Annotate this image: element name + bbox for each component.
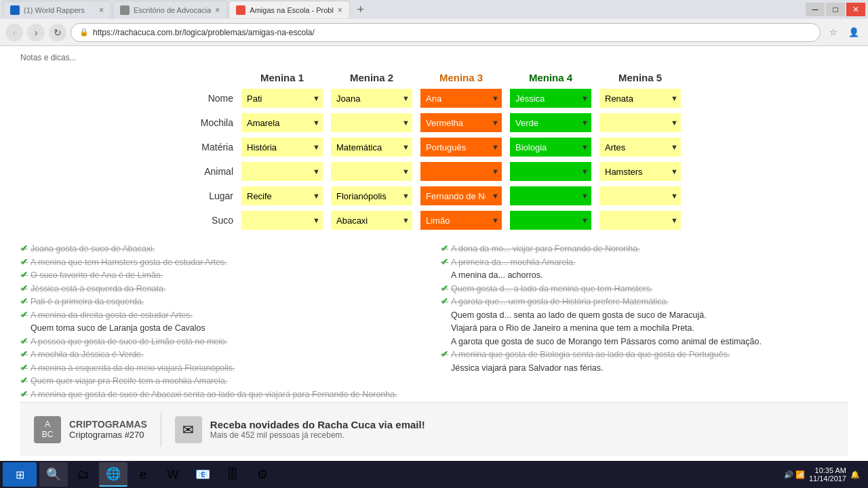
select-lugar-2[interactable]: FlorianópolisRecifeFernando de NoronhaRi… [331,186,412,205]
select-animal-4[interactable]: HamstersCavalosCachorrosPássaros [510,162,591,181]
select-mochila-1[interactable]: AmarelaVermelhaVerdePreta [241,113,323,132]
taskbar-app-word[interactable]: W [159,462,187,487]
user-icon[interactable]: 👤 [845,24,863,41]
dd-suco-1[interactable]: AbacaxiLimãoLaranjaMaracujáMorango ▼ [241,211,323,230]
dd-animal-5[interactable]: HamstersCavalosCachorrosPássaros ▼ [599,162,681,181]
dd-nome-4[interactable]: JéssicaPatiJoanaAnaRenata ▼ [510,89,591,108]
taskbar-app-7[interactable]: ⚙ [248,462,277,487]
dd-animal-3[interactable]: HamstersCavalosCachorrosPássaros ▼ [420,162,502,181]
cell-lugar-5[interactable]: RecifeFlorianópolisFernando de NoronhaRi… [595,184,685,208]
select-nome-4[interactable]: JéssicaPatiJoanaAnaRenata [510,89,591,108]
select-mochila-4[interactable]: VerdeAmarelaVermelhaPreta [510,113,591,132]
cell-lugar-1[interactable]: RecifeFlorianópolisFernando de NoronhaRi… [237,184,327,208]
cell-nome-3[interactable]: AnaPatiJoanaJéssicaRenata ▼ [416,86,506,110]
dd-nome-2[interactable]: JoanaPatiAnaJéssicaRenata ▼ [331,89,412,108]
dd-lugar-2[interactable]: FlorianópolisRecifeFernando de NoronhaRi… [331,186,412,205]
dd-lugar-3[interactable]: Fernando de No...RecifeFlorianópolisRio … [420,186,502,205]
select-nome-2[interactable]: JoanaPatiAnaJéssicaRenata [331,89,412,108]
cell-nome-2[interactable]: JoanaPatiAnaJéssicaRenata ▼ [327,86,416,110]
cell-lugar-4[interactable]: RecifeFlorianópolisFernando de NoronhaRi… [506,184,595,208]
select-materia-2[interactable]: MatemáticaHistóriaPortuguêsBiologiaArtes [331,138,412,157]
cell-nome-4[interactable]: JéssicaPatiJoanaAnaRenata ▼ [506,86,595,110]
cell-suco-3[interactable]: LimãoAbacaxiLaranjaMaracujáMorango ▼ [416,208,506,232]
select-lugar-5[interactable]: RecifeFlorianópolisFernando de NoronhaRi… [599,186,681,205]
tab-escritorio[interactable]: Escritório de Advocacia × [113,1,227,18]
cell-suco-1[interactable]: AbacaxiLimãoLaranjaMaracujáMorango ▼ [237,208,327,232]
dd-lugar-1[interactable]: RecifeFlorianópolisFernando de NoronhaRi… [241,186,323,205]
back-button[interactable]: ‹ [5,24,23,41]
select-materia-4[interactable]: BiologiaHistóriaMatemáticaPortuguêsArtes [510,138,591,157]
cell-mochila-5[interactable]: AmarelaVermelhaVerdePreta ▼ [595,110,685,135]
dd-mochila-2[interactable]: AmarelaVermelhaVerdePreta ▼ [331,113,412,132]
cell-animal-5[interactable]: HamstersCavalosCachorrosPássaros ▼ [595,159,685,184]
select-nome-3[interactable]: AnaPatiJoanaJéssicaRenata [420,89,502,108]
close-button[interactable]: ✕ [846,3,865,16]
forward-button[interactable]: › [27,24,45,41]
select-suco-5[interactable]: AbacaxiLimãoLaranjaMaracujáMorango [599,211,681,230]
cell-animal-2[interactable]: HamstersCavalosCachorrosPássaros ▼ [327,159,416,184]
dd-mochila-1[interactable]: AmarelaVermelhaVerdePreta ▼ [241,113,323,132]
select-suco-3[interactable]: LimãoAbacaxiLaranjaMaracujáMorango [420,211,502,230]
select-lugar-3[interactable]: Fernando de No...RecifeFlorianópolisRio … [420,186,502,205]
cell-materia-3[interactable]: PortuguêsHistóriaMatemáticaBiologiaArtes… [416,135,506,159]
minimize-button[interactable]: ─ [806,3,825,16]
dd-mochila-5[interactable]: AmarelaVermelhaVerdePreta ▼ [599,113,681,132]
dd-suco-2[interactable]: AbacaxiLimãoLaranjaMaracujáMorango ▼ [331,211,412,230]
dd-lugar-4[interactable]: RecifeFlorianópolisFernando de NoronhaRi… [510,186,591,205]
dd-materia-1[interactable]: HistóriaMatemáticaPortuguêsBiologiaArtes… [241,138,323,157]
select-animal-3[interactable]: HamstersCavalosCachorrosPássaros [420,162,502,181]
tab-world-rappers[interactable]: (1) World Rappers × [3,1,111,18]
select-mochila-2[interactable]: AmarelaVermelhaVerdePreta [331,113,412,132]
new-tab-button[interactable]: + [351,1,370,18]
select-materia-5[interactable]: ArtesHistóriaMatemáticaPortuguêsBiologia [599,138,681,157]
cell-materia-2[interactable]: MatemáticaHistóriaPortuguêsBiologiaArtes… [327,135,416,159]
dd-materia-3[interactable]: PortuguêsHistóriaMatemáticaBiologiaArtes… [420,138,502,157]
cell-animal-3[interactable]: HamstersCavalosCachorrosPássaros ▼ [416,159,506,184]
start-button[interactable]: ⊞ [3,462,37,487]
select-suco-2[interactable]: AbacaxiLimãoLaranjaMaracujáMorango [331,211,412,230]
dd-nome-3[interactable]: AnaPatiJoanaJéssicaRenata ▼ [420,89,502,108]
tab-close-3[interactable]: × [338,5,342,15]
dd-animal-4[interactable]: HamstersCavalosCachorrosPássaros ▼ [510,162,591,181]
url-bar[interactable]: 🔒 https://rachacuca.com.br/logica/proble… [71,23,821,42]
select-mochila-5[interactable]: AmarelaVermelhaVerdePreta [599,113,681,132]
dd-suco-4[interactable]: AbacaxiLimãoLaranjaMaracujáMorango ▼ [510,211,591,230]
cell-mochila-2[interactable]: AmarelaVermelhaVerdePreta ▼ [327,110,416,135]
tab-close-2[interactable]: × [215,5,220,15]
cell-suco-4[interactable]: AbacaxiLimãoLaranjaMaracujáMorango ▼ [506,208,595,232]
cell-mochila-1[interactable]: AmarelaVermelhaVerdePreta ▼ [237,110,327,135]
dd-mochila-3[interactable]: VermelhaAmarelaVerdePreta ▼ [420,113,502,132]
cell-mochila-3[interactable]: VermelhaAmarelaVerdePreta ▼ [416,110,506,135]
select-materia-1[interactable]: HistóriaMatemáticaPortuguêsBiologiaArtes [241,138,323,157]
bookmark-icon[interactable]: ☆ [825,24,842,41]
cell-animal-4[interactable]: HamstersCavalosCachorrosPássaros ▼ [506,159,595,184]
cell-nome-5[interactable]: RenataPatiJoanaAnaJéssica ▼ [595,86,685,110]
cell-materia-4[interactable]: BiologiaHistóriaMatemáticaPortuguêsArtes… [506,135,595,159]
reload-button[interactable]: ↻ [49,24,66,41]
taskbar-app-1[interactable]: 🔍 [39,462,68,487]
tab-amigas[interactable]: Amigas na Escola - Probl × [229,1,350,18]
cell-suco-2[interactable]: AbacaxiLimãoLaranjaMaracujáMorango ▼ [327,208,416,232]
cell-nome-1[interactable]: PatiJoanaAnaJéssicaRenata ▼ [237,86,327,110]
cell-lugar-2[interactable]: FlorianópolisRecifeFernando de NoronhaRi… [327,184,416,208]
dd-suco-3[interactable]: LimãoAbacaxiLaranjaMaracujáMorango ▼ [420,211,502,230]
select-suco-1[interactable]: AbacaxiLimãoLaranjaMaracujáMorango [241,211,323,230]
dd-animal-2[interactable]: HamstersCavalosCachorrosPássaros ▼ [331,162,412,181]
select-materia-3[interactable]: PortuguêsHistóriaMatemáticaBiologiaArtes [420,138,502,157]
taskbar-app-ie[interactable]: e [129,462,157,487]
taskbar-app-5[interactable]: 📧 [189,462,217,487]
taskbar-app-2[interactable]: 🗂 [69,462,98,487]
select-nome-5[interactable]: RenataPatiJoanaAnaJéssica [599,89,681,108]
dd-animal-1[interactable]: HamstersCavalosCachorrosPássaros ▼ [241,162,323,181]
taskbar-app-chrome[interactable]: 🌐 [99,462,127,487]
select-suco-4[interactable]: AbacaxiLimãoLaranjaMaracujáMorango [510,211,591,230]
select-animal-2[interactable]: HamstersCavalosCachorrosPássaros [331,162,412,181]
cell-suco-5[interactable]: AbacaxiLimãoLaranjaMaracujáMorango ▼ [595,208,685,232]
select-lugar-1[interactable]: RecifeFlorianópolisFernando de NoronhaRi… [241,186,323,205]
dd-materia-4[interactable]: BiologiaHistóriaMatemáticaPortuguêsArtes… [510,138,591,157]
cell-mochila-4[interactable]: VerdeAmarelaVermelhaPreta ▼ [506,110,595,135]
dd-nome-1[interactable]: PatiJoanaAnaJéssicaRenata ▼ [241,89,323,108]
cell-animal-1[interactable]: HamstersCavalosCachorrosPássaros ▼ [237,159,327,184]
dd-mochila-4[interactable]: VerdeAmarelaVermelhaPreta ▼ [510,113,591,132]
dd-materia-2[interactable]: MatemáticaHistóriaPortuguêsBiologiaArtes… [331,138,412,157]
